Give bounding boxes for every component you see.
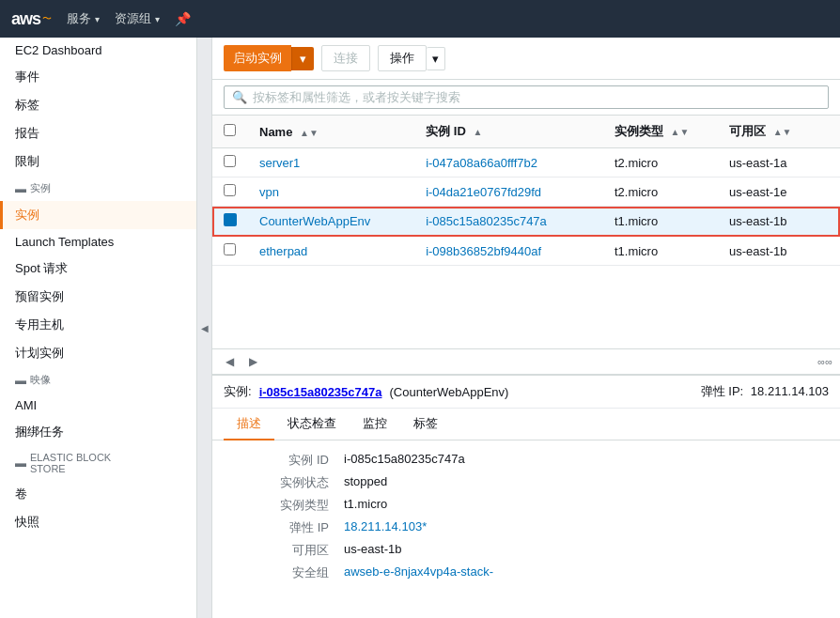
prev-page-button[interactable]: ◀ bbox=[220, 353, 240, 370]
table-row[interactable]: vpni-04da21e0767fd29fdt2.microus-east-1e bbox=[212, 178, 840, 207]
sidebar-item-reserved[interactable]: 预留实例 bbox=[0, 283, 196, 311]
cell-instance-id: i-098b36852bf9440af bbox=[414, 237, 603, 266]
detail-grid: 实例 IDi-085c15a80235c747a实例状态stopped实例类型t… bbox=[212, 440, 840, 593]
sidebar-item-scheduled[interactable]: 计划实例 bbox=[0, 339, 196, 367]
sidebar-item-spot[interactable]: Spot 请求 bbox=[0, 255, 196, 283]
detail-value: stopped bbox=[344, 474, 817, 491]
top-navigation: aws 〜 服务 ▾ 资源组 ▾ 📌 bbox=[0, 0, 840, 38]
row-checkbox[interactable] bbox=[224, 184, 236, 196]
cell-instance-id: i-085c15a80235c747a bbox=[414, 207, 603, 237]
collapse-arrow-icon: ◀ bbox=[201, 323, 209, 333]
table-row[interactable]: etherpadi-098b36852bf9440aft1.microus-ea… bbox=[212, 237, 840, 266]
cell-az: us-east-1a bbox=[718, 148, 840, 178]
row-checkbox[interactable] bbox=[224, 243, 236, 255]
detail-value: 18.211.14.103* bbox=[344, 519, 817, 536]
detail-label: 实例类型 bbox=[235, 497, 329, 514]
toolbar: 启动实例 ▾ 连接 操作 ▾ bbox=[212, 38, 840, 80]
table-header-row: Name ▲▼ 实例 ID ▲ 实例类型 ▲▼ bbox=[212, 116, 840, 148]
tab-describe[interactable]: 描述 bbox=[224, 409, 274, 440]
search-icon: 🔍 bbox=[232, 90, 247, 104]
sort-icon: ▲▼ bbox=[300, 128, 319, 138]
detail-tabs: 描述 状态检查 监控 标签 bbox=[212, 409, 840, 440]
sidebar-item-ami[interactable]: AMI bbox=[0, 393, 196, 418]
chevron-down-icon: ▾ bbox=[300, 52, 306, 66]
sidebar-item-reports[interactable]: 报告 bbox=[0, 119, 196, 147]
tab-status[interactable]: 状态检查 bbox=[274, 409, 350, 440]
row-checkbox[interactable] bbox=[224, 155, 236, 167]
col-header-instance-id[interactable]: 实例 ID ▲ bbox=[414, 116, 603, 148]
sidebar: EC2 Dashboard 事件 标签 报告 限制 ▬ 实例 实例 Launch… bbox=[0, 38, 197, 618]
sidebar-collapse-toggle[interactable]: ◀ bbox=[197, 38, 212, 618]
search-input-wrapper[interactable]: 🔍 bbox=[224, 85, 829, 109]
chevron-down-icon: ▾ bbox=[95, 14, 100, 24]
tab-tags[interactable]: 标签 bbox=[400, 409, 451, 440]
cell-az: us-east-1b bbox=[718, 237, 840, 266]
section-header-instances: ▬ 实例 bbox=[0, 176, 196, 201]
sort-icon: ▲ bbox=[473, 127, 482, 137]
cell-instance-type: t1.micro bbox=[603, 207, 718, 237]
sidebar-item-events[interactable]: 事件 bbox=[0, 63, 196, 91]
sidebar-item-ec2-dashboard[interactable]: EC2 Dashboard bbox=[0, 38, 196, 63]
table-row[interactable]: CounterWebAppEnvi-085c15a80235c747at1.mi… bbox=[212, 207, 840, 237]
content-area: Name ▲▼ 实例 ID ▲ 实例类型 ▲▼ bbox=[212, 116, 840, 618]
chevron-down-icon: ▾ bbox=[155, 14, 160, 24]
col-header-az[interactable]: 可用区 ▲▼ bbox=[718, 116, 840, 148]
section-header-ebs: ▬ ELASTIC BLOCK STORE bbox=[0, 446, 196, 480]
nav-services[interactable]: 服务 ▾ bbox=[67, 10, 100, 27]
table-row[interactable]: server1i-047a08a66a0fff7b2t2.microus-eas… bbox=[212, 148, 840, 178]
aws-logo[interactable]: aws 〜 bbox=[11, 9, 52, 29]
detail-label: 实例 ID bbox=[235, 452, 329, 469]
launch-instance-button[interactable]: 启动实例 bbox=[224, 45, 291, 71]
cell-instance-type: t1.micro bbox=[603, 237, 718, 266]
launch-instance-dropdown[interactable]: ▾ bbox=[291, 47, 314, 70]
main-layout: EC2 Dashboard 事件 标签 报告 限制 ▬ 实例 实例 Launch… bbox=[0, 38, 840, 618]
cell-az: us-east-1b bbox=[718, 207, 840, 237]
detail-value: i-085c15a80235c747a bbox=[344, 452, 817, 469]
instance-ref-label: 实例: bbox=[224, 383, 252, 400]
cell-instance-id: i-047a08a66a0fff7b2 bbox=[414, 148, 603, 178]
sort-icon: ▲▼ bbox=[671, 127, 690, 137]
cell-az: us-east-1e bbox=[718, 178, 840, 207]
col-header-instance-type[interactable]: 实例类型 ▲▼ bbox=[603, 116, 718, 148]
cell-name: CounterWebAppEnv bbox=[248, 207, 414, 237]
tab-monitor[interactable]: 监控 bbox=[350, 409, 400, 440]
cell-instance-type: t2.micro bbox=[603, 148, 718, 178]
sort-icon: ▲▼ bbox=[773, 127, 792, 137]
col-header-name[interactable]: Name ▲▼ bbox=[248, 116, 414, 148]
next-page-button[interactable]: ▶ bbox=[243, 353, 263, 370]
cell-name: server1 bbox=[248, 148, 414, 178]
sidebar-item-dedicated[interactable]: 专用主机 bbox=[0, 311, 196, 339]
sidebar-item-bundle-tasks[interactable]: 捆绑任务 bbox=[0, 418, 196, 446]
pagination-row: ◀ ▶ ∞∞ bbox=[212, 348, 840, 374]
instance-name-header: (CounterWebAppEnv) bbox=[389, 385, 508, 399]
search-input[interactable] bbox=[253, 90, 820, 104]
sidebar-item-volumes[interactable]: 卷 bbox=[0, 480, 196, 508]
actions-button[interactable]: 操作 bbox=[378, 45, 427, 71]
select-all-checkbox[interactable] bbox=[224, 124, 236, 136]
cell-instance-id: i-04da21e0767fd29fd bbox=[414, 178, 603, 207]
nav-pin[interactable]: 📌 bbox=[175, 11, 191, 26]
instance-header: 实例: i-085c15a80235c747a (CounterWebAppEn… bbox=[212, 376, 840, 409]
instance-id-header: i-085c15a80235c747a bbox=[259, 385, 382, 399]
sidebar-item-instances[interactable]: 实例 bbox=[0, 201, 196, 229]
selected-indicator bbox=[224, 213, 237, 226]
sidebar-item-launch-templates[interactable]: Launch Templates bbox=[0, 229, 196, 255]
launch-instance-button-group: 启动实例 ▾ bbox=[224, 45, 314, 71]
sidebar-item-tags[interactable]: 标签 bbox=[0, 91, 196, 119]
elastic-ip-header: 弹性 IP: 18.211.14.103 bbox=[701, 383, 829, 400]
sidebar-item-limits[interactable]: 限制 bbox=[0, 147, 196, 176]
instances-table-wrapper: Name ▲▼ 实例 ID ▲ 实例类型 ▲▼ bbox=[212, 116, 840, 348]
detail-value: us-east-1b bbox=[344, 542, 817, 559]
detail-value: t1.micro bbox=[344, 497, 817, 514]
nav-resource-groups[interactable]: 资源组 ▾ bbox=[115, 10, 160, 27]
detail-value: awseb-e-8njax4vp4a-stack- bbox=[344, 564, 817, 581]
actions-dropdown[interactable]: ▾ bbox=[427, 47, 445, 70]
detail-label: 实例状态 bbox=[235, 474, 329, 491]
main-content: 启动实例 ▾ 连接 操作 ▾ 🔍 bbox=[212, 38, 840, 618]
cell-name: etherpad bbox=[248, 237, 414, 266]
connect-button[interactable]: 连接 bbox=[321, 45, 370, 71]
sidebar-item-snapshots[interactable]: 快照 bbox=[0, 508, 196, 536]
cell-name: vpn bbox=[248, 178, 414, 207]
instances-table: Name ▲▼ 实例 ID ▲ 实例类型 ▲▼ bbox=[212, 116, 840, 266]
pagination-info: ∞∞ bbox=[817, 356, 832, 367]
